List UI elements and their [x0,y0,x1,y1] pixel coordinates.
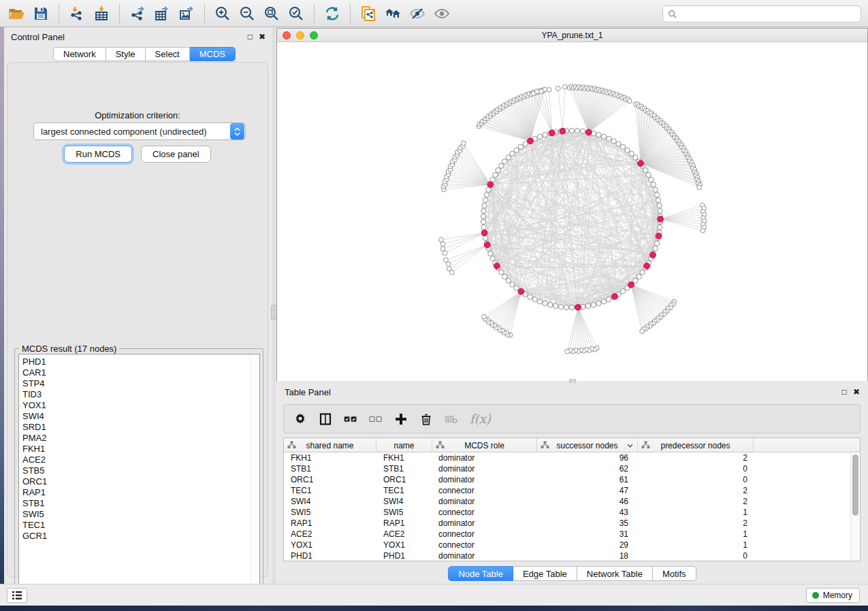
function-builder-button[interactable]: f(x) [470,412,491,426]
show-all-button[interactable] [432,3,452,24]
column-header-predecessor-nodes[interactable]: predecessor nodes [638,438,754,452]
vertical-splitter[interactable] [272,28,276,584]
mcds-result-item[interactable]: PHD1 [22,357,259,367]
zoom-fit-button[interactable] [261,3,282,24]
export-table-button[interactable] [152,3,172,24]
delete-row-button[interactable] [419,412,433,426]
table-cell: dominator [432,452,537,463]
tab-node-table[interactable]: Node Table [448,566,513,581]
columns-icon [319,412,332,426]
mcds-result-item[interactable]: TEC1 [22,520,259,531]
table-cell: 0 [638,474,754,485]
table-row[interactable]: PHD1PHD1dominator180 [284,550,850,561]
mcds-result-item[interactable]: STP4 [22,378,259,389]
table-settings-button[interactable] [293,412,307,426]
table-panel: Table Panel □ ✖ f(x) [276,383,868,584]
table-cell: ORC1 [376,474,432,485]
first-neighbors-button[interactable] [383,3,403,24]
table-row[interactable]: YOX1YOX1connector291 [284,540,850,550]
table-row[interactable]: TEC1TEC1connector472 [284,485,850,496]
add-row-button[interactable] [394,412,408,426]
refresh-layout-button[interactable] [322,3,342,24]
table-cell: 1 [638,540,754,550]
criterion-dropdown[interactable]: largest connected component (undirected) [33,122,246,140]
duplicate-network-button[interactable] [358,3,379,24]
show-column-button[interactable] [319,412,332,426]
tab-network[interactable]: Network [53,47,106,61]
save-session-button[interactable] [31,3,51,24]
tab-mcds[interactable]: MCDS [190,47,236,61]
table-row[interactable]: FKH1FKH1dominator962 [284,452,850,463]
import-table-button[interactable] [91,3,112,24]
float-panel-button[interactable]: □ [248,33,253,41]
float-table-panel-button[interactable]: □ [842,388,847,396]
table-row[interactable]: RAP1RAP1dominator352 [284,518,850,529]
open-file-button[interactable] [6,3,27,24]
main-toolbar [0,0,868,27]
mcds-result-item[interactable]: SWI5 [22,509,259,520]
network-window-titlebar[interactable]: YPA_prune.txt_1 [277,29,867,42]
close-table-panel-button[interactable]: ✖ [853,388,860,396]
table-row[interactable]: SWI5SWI5connector431 [284,507,850,518]
import-network-button[interactable] [67,3,87,24]
mcds-result-item[interactable]: STB1 [22,498,259,509]
tab-style[interactable]: Style [106,47,146,61]
table-cell: 18 [537,550,638,561]
hide-selected-button[interactable] [407,3,428,24]
memory-button[interactable]: Memory [806,588,860,603]
search-input[interactable] [681,9,856,19]
mcds-result-item[interactable]: ORC1 [22,476,259,487]
toolbar-separator [59,4,59,23]
task-history-button[interactable] [7,588,27,603]
zoom-in-button[interactable] [212,3,233,24]
mcds-result-item[interactable]: GCR1 [22,531,259,542]
table-row[interactable]: ACE2ACE2connector311 [284,529,850,540]
table-row[interactable]: STB1STB1dominator620 [284,463,850,474]
table-scrollbar[interactable] [850,453,859,560]
column-header-name[interactable]: name [376,438,432,452]
select-all-button[interactable] [344,412,357,426]
open-folder-icon [8,5,25,22]
close-panel-icon-button[interactable]: ✖ [259,33,266,41]
mcds-result-item[interactable]: CAR1 [22,367,259,378]
mcds-result-listbox[interactable]: PHD1CAR1STP4TID3YOX1SWI4SRD1PMA2FKH1ACE2… [18,354,260,597]
zoom-in-icon [214,5,231,22]
table-cell: 2 [638,518,754,529]
export-image-button[interactable] [176,3,197,24]
export-network-button[interactable] [127,3,148,24]
mcds-result-item[interactable]: SRD1 [22,422,259,433]
node-table-body[interactable]: FKH1FKH1dominator962STB1STB1dominator620… [284,452,850,561]
checked-boxes-icon [344,412,357,426]
mcds-result-fieldset: MCDS result (17 nodes) PHD1CAR1STP4TID3Y… [14,348,263,601]
run-mcds-button[interactable]: Run MCDS [64,146,132,163]
mcds-result-item[interactable]: FKH1 [22,444,259,455]
node-table-header: shared name name MCDS role successor nod… [284,438,860,452]
mcds-result-item[interactable]: SWI4 [22,411,259,422]
mcds-result-item[interactable]: PMA2 [22,433,259,444]
mcds-result-item[interactable]: ACE2 [22,455,259,465]
mcds-result-item[interactable]: TID3 [22,389,259,400]
tab-motifs[interactable]: Motifs [653,566,696,581]
delete-table-button[interactable] [445,412,458,426]
close-panel-button[interactable]: Close panel [141,146,211,163]
column-header-mcds-role[interactable]: MCDS role [432,438,537,452]
mcds-result-item[interactable]: YOX1 [22,400,259,411]
tab-edge-table[interactable]: Edge Table [513,566,577,581]
shared-column-icon [436,441,445,449]
network-canvas[interactable] [277,43,867,381]
column-header-shared-name[interactable]: shared name [284,438,376,452]
tab-select[interactable]: Select [146,47,190,61]
table-row[interactable]: SWI4SWI4dominator462 [284,496,850,507]
table-scrollbar-thumb[interactable] [852,455,858,516]
table-cell: ACE2 [284,529,376,540]
tab-network-table[interactable]: Network Table [577,566,653,581]
table-row[interactable]: ORC1ORC1dominator610 [284,474,850,485]
zoom-out-button[interactable] [237,3,257,24]
table-cell [754,507,850,518]
zoom-selected-button[interactable] [286,3,306,24]
mcds-result-item[interactable]: RAP1 [22,487,259,498]
column-header-successor-nodes[interactable]: successor nodes [537,438,638,452]
mcds-list-scrollbar[interactable] [250,355,259,597]
deselect-all-button[interactable] [369,412,383,426]
mcds-result-item[interactable]: STB5 [22,465,259,476]
